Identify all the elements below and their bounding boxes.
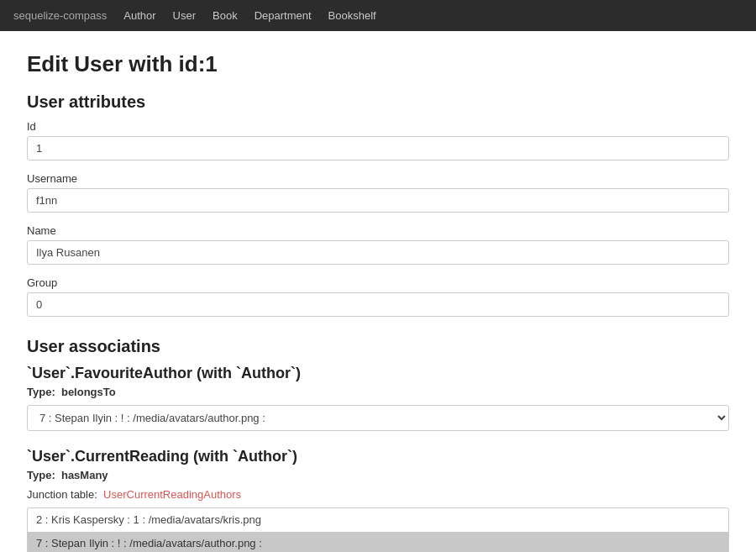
field-input-username[interactable] (27, 188, 729, 213)
field-group-group: Group (27, 276, 729, 317)
assoc-select-favourite-author[interactable]: 7 : Stepan Ilyin : ! : /media/avatars/au… (27, 405, 729, 431)
assoc-type-current-reading: Type: hasMany (27, 469, 729, 481)
assoc-type-label: Type: (27, 386, 55, 398)
junction-table-label: Junction table: (27, 488, 97, 501)
user-attributes-title: User attributes (27, 92, 729, 112)
list-item-1[interactable]: 7 : Stepan Ilyin : ! : /media/avatars/au… (28, 532, 728, 552)
nav-link-user[interactable]: User (173, 9, 196, 22)
multi-select-list: 2 : Kris Kaspersky : 1 : /media/avatars/… (27, 507, 729, 552)
nav-link-book[interactable]: Book (213, 9, 238, 22)
nav-link-author[interactable]: Author (123, 9, 155, 22)
user-associations-title: User associatins (27, 337, 729, 356)
nav-link-department[interactable]: Department (255, 9, 312, 22)
field-input-id[interactable] (27, 136, 729, 160)
assoc-title-favourite-author: `User`.FavouriteAuthor (with `Author`) (27, 365, 729, 382)
assoc-title-current-reading: `User`.CurrentReading (with `Author`) (27, 448, 729, 465)
field-group-username: Username (27, 172, 729, 213)
field-label-name: Name (27, 224, 729, 237)
assoc-type-value: belongsTo (61, 386, 116, 398)
assoc-block-favourite-author: `User`.FavouriteAuthor (with `Author`) T… (27, 365, 729, 431)
field-input-name[interactable] (27, 240, 729, 265)
assoc-type-value-2: hasMany (61, 469, 108, 481)
field-group-id: Id (27, 120, 729, 160)
main-content: Edit User with id:1 User attributes Id U… (0, 31, 756, 552)
user-attributes-section: User attributes Id Username Name Group (27, 92, 729, 317)
assoc-type-label-2: Type: (27, 469, 55, 481)
navbar: sequelize-compass Author User Book Depar… (0, 0, 756, 31)
list-item-0[interactable]: 2 : Kris Kaspersky : 1 : /media/avatars/… (28, 508, 728, 532)
user-associations-section: User associatins `User`.FavouriteAuthor … (27, 337, 729, 552)
field-label-username: Username (27, 172, 729, 185)
field-label-group: Group (27, 276, 729, 289)
field-group-name: Name (27, 224, 729, 265)
nav-link-bookshelf[interactable]: Bookshelf (328, 9, 376, 22)
field-input-group[interactable] (27, 292, 729, 317)
junction-table-row: Junction table: UserCurrentReadingAuthor… (27, 488, 729, 501)
page-title: Edit User with id:1 (27, 51, 729, 77)
navbar-brand[interactable]: sequelize-compass (13, 9, 107, 22)
junction-table-link[interactable]: UserCurrentReadingAuthors (103, 488, 241, 501)
assoc-type-favourite-author: Type: belongsTo (27, 386, 729, 398)
assoc-block-current-reading: `User`.CurrentReading (with `Author`) Ty… (27, 448, 729, 552)
field-label-id: Id (27, 120, 729, 133)
